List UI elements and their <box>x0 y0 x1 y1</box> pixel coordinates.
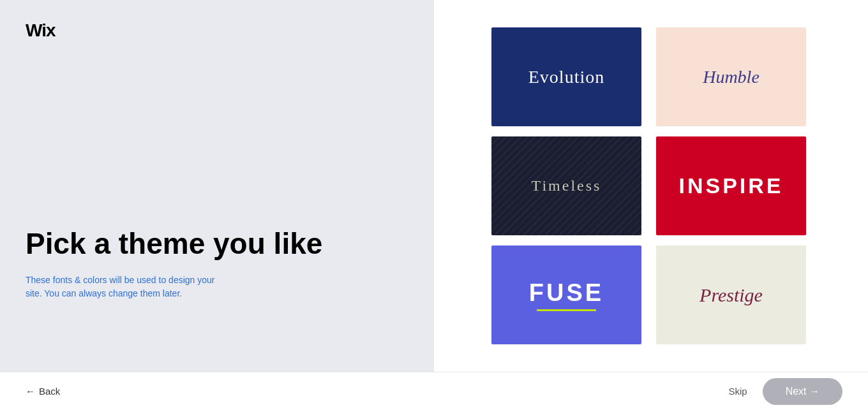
theme-card-humble[interactable]: Humble <box>656 27 806 126</box>
theme-label-prestige: Prestige <box>700 284 763 306</box>
left-panel: Wix Pick a theme you like These fonts & … <box>0 0 434 372</box>
theme-card-evolution[interactable]: Evolution <box>491 27 641 126</box>
theme-label-inspire: INSPIRE <box>678 173 783 198</box>
theme-card-inspire[interactable]: INSPIRE <box>656 136 806 235</box>
theme-grid: Evolution Humble Timeless INSPIRE FUSE <box>491 27 811 344</box>
subtext: These fonts & colors will be used to des… <box>26 274 230 300</box>
theme-card-fuse[interactable]: FUSE <box>491 245 641 344</box>
fuse-label-wrapper: FUSE <box>529 279 604 311</box>
logo-area: Wix <box>26 20 408 41</box>
theme-card-timeless[interactable]: Timeless <box>491 136 641 235</box>
theme-label-timeless: Timeless <box>532 177 602 194</box>
main-content: Wix Pick a theme you like These fonts & … <box>0 0 868 372</box>
left-text-area: Pick a theme you like These fonts & colo… <box>26 227 408 351</box>
footer-right: Skip Next → <box>728 378 842 405</box>
page-heading: Pick a theme you like <box>26 227 408 261</box>
back-button[interactable]: ← Back <box>26 386 60 397</box>
skip-button[interactable]: Skip <box>728 386 747 397</box>
next-button[interactable]: Next → <box>763 378 842 405</box>
back-arrow-icon: ← <box>26 386 35 397</box>
fuse-underline <box>537 309 597 311</box>
theme-label-fuse: FUSE <box>529 279 604 307</box>
theme-label-humble: Humble <box>703 67 760 87</box>
theme-card-prestige[interactable]: Prestige <box>656 245 806 344</box>
right-panel: Evolution Humble Timeless INSPIRE FUSE <box>434 0 868 372</box>
back-label: Back <box>39 386 60 397</box>
wix-logo: Wix <box>26 20 408 41</box>
footer: ← Back Skip Next → <box>0 372 868 410</box>
theme-label-evolution: Evolution <box>528 67 604 87</box>
